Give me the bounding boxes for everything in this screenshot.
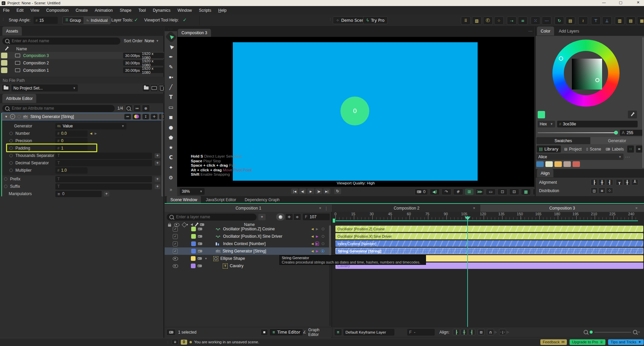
visibility-eye-icon[interactable] [173, 264, 178, 268]
color-tags-icon[interactable] [132, 114, 141, 120]
try-pro-button[interactable]: ϟ Try Pro [363, 16, 388, 24]
timeline-bar-string-generator[interactable]: String Generator [String] [335, 248, 643, 254]
keyframe-next-icon[interactable]: ▶ [315, 242, 319, 246]
palette-swatch[interactable] [545, 161, 553, 167]
audio-counter-badge[interactable]: 0 [415, 188, 428, 195]
layer-name[interactable]: Index Context [Number] [223, 241, 266, 246]
audio-icon[interactable]: ◀) [430, 188, 440, 195]
ellipsis-dots-icon[interactable]: ⋯ [542, 16, 551, 25]
add-thousands-button[interactable]: + [155, 153, 160, 158]
clear-search-button[interactable]: ⊗ [142, 105, 150, 112]
layer-color-swatch[interactable] [191, 264, 196, 268]
graph-editor-button[interactable]: ∠ Graph Editor [301, 329, 332, 336]
star-tool[interactable]: ★ [167, 143, 175, 152]
asset-row-composition2[interactable]: Composition 2 30.00fps 1920 x 1080 [0, 59, 164, 66]
menu-window[interactable]: Window [177, 8, 192, 13]
palette-select[interactable]: Alice ▼ [536, 154, 624, 160]
sv-selector[interactable] [595, 78, 599, 82]
pencil-tool[interactable]: ✎ [167, 63, 175, 71]
frame-field[interactable]: F 107 [303, 214, 330, 220]
polygon-tool[interactable] [167, 133, 175, 141]
viewport-menu-icon[interactable]: ⋯ [528, 29, 532, 34]
expand-tools-icon[interactable]: » [167, 186, 175, 194]
utility-tool[interactable]: ⚙ [167, 174, 175, 182]
timeline-tab-composition2[interactable]: Composition 2 × [333, 205, 480, 212]
thousands-separator-field[interactable]: T [55, 153, 152, 159]
keyframe-circle-icon[interactable] [9, 169, 13, 172]
scene-swatches-button[interactable]: ▯ Scene [585, 146, 603, 153]
maximize-button[interactable]: ▢ [619, 0, 622, 5]
alpha-slider-track[interactable] [538, 132, 618, 133]
list-view-button[interactable]: ≡ [636, 145, 643, 153]
timeline-bar-oscillator-x[interactable]: Oscillator [Position.X] Sine Driver [335, 233, 643, 239]
attribute-scrollbar[interactable] [161, 113, 163, 196]
timeline-zoom-knob[interactable] [590, 331, 593, 334]
scatter-icon[interactable]: ⁘ [494, 16, 504, 25]
tab-javascript-editor[interactable]: JavaScript Editor [202, 196, 240, 203]
playhead-marker[interactable] [465, 217, 471, 220]
snap-bottom-icon[interactable]: ⊥ [602, 16, 612, 25]
pivot-icon[interactable]: ↷ [441, 188, 451, 195]
menu-create[interactable]: Create [76, 8, 88, 13]
layer-row-index-context[interactable]: ✓ Index Context [Number] ◀ ▶ [165, 240, 331, 247]
project-swatches-button[interactable]: ▤ Project [562, 146, 583, 153]
next-frame-button[interactable]: |▶ [315, 188, 322, 194]
isolate-button[interactable] [261, 329, 268, 336]
asset-color-swatch[interactable] [1, 53, 7, 58]
stepper-right-icon[interactable]: ▶ [95, 132, 97, 135]
alpha-slider-knob[interactable] [614, 131, 618, 134]
layer-name[interactable]: Cavalry [230, 264, 244, 268]
layer-name[interactable]: Oscillator [Position.Z] Cosine [223, 227, 275, 231]
eyedropper-button[interactable] [628, 110, 637, 119]
time-editor-button[interactable]: ≡ Time Editor [269, 329, 303, 336]
onion-skin-button[interactable] [276, 213, 285, 221]
magnet-snap-button[interactable]: ∩ [487, 329, 494, 335]
viewport-tab-composition3[interactable]: Composition 3 [178, 29, 211, 37]
align-middle-v-button[interactable]: ╂ [624, 179, 631, 185]
close-button[interactable]: ✕ [637, 0, 640, 5]
grid-view-button[interactable]: ∷ [627, 145, 634, 153]
keyframe-next-icon[interactable]: ▶ [316, 249, 318, 253]
new-composition-button[interactable] [150, 84, 158, 92]
camera-tool[interactable]: ◼◂ [167, 73, 175, 81]
keyframe-prev-icon[interactable]: ◀ [311, 249, 314, 253]
menu-view[interactable]: View [31, 8, 39, 13]
keyframe-toggle-icon[interactable] [322, 235, 324, 238]
text-tool[interactable]: T [167, 93, 175, 101]
distribute-horizontal-button[interactable]: ◫ [591, 187, 598, 194]
decimal-separator-field[interactable]: T [55, 160, 152, 166]
layer-name[interactable]: Oscillator [Position.X] Sine Driver [223, 234, 282, 239]
close-tab-icon[interactable]: × [635, 206, 638, 211]
asset-name[interactable]: Composition 2 [23, 61, 49, 65]
snap-top-icon[interactable]: ⊤ [591, 16, 601, 25]
asset-search-input[interactable]: Enter an Asset name [2, 38, 120, 45]
asset-name[interactable]: Composition 3 [23, 53, 49, 58]
upgrade-to-pro-button[interactable]: Upgrade to Pro♕ [570, 339, 605, 345]
enabled-checkbox[interactable]: ✓ [173, 227, 178, 232]
timeline-frame-field[interactable]: F - [407, 329, 435, 336]
align-center-h-button[interactable]: ╂ [598, 179, 605, 185]
dropdown-arrow-icon[interactable]: ▷ [495, 331, 497, 334]
node-dots-icon[interactable]: ⁙ [531, 16, 540, 25]
tab-swatches[interactable]: Swatches [536, 137, 590, 144]
multiplier-field[interactable]: # 1.0 [55, 167, 88, 174]
distribute-grid-button[interactable]: ⁘ [606, 187, 613, 194]
console-icon[interactable]: ≣ [172, 339, 178, 345]
tab-align[interactable]: Align [537, 169, 553, 177]
bounding-box-button[interactable]: ⊡ [478, 329, 485, 335]
grid-icon[interactable]: # [453, 188, 463, 195]
expand-chevron-icon[interactable]: ▼ [205, 257, 207, 260]
generator-select[interactable]: 01Value ▼ [55, 123, 126, 129]
tab-assets[interactable]: Assets [2, 26, 22, 36]
group-button[interactable]: ⠿ Group [63, 17, 84, 24]
sparkle-tool[interactable]: ✦ [167, 164, 175, 172]
timeline-zoom-track[interactable] [594, 332, 631, 333]
palette-swatch[interactable] [554, 161, 562, 167]
menu-dynamics[interactable]: Dynamics [153, 8, 171, 13]
asset-row-composition3[interactable]: Composition 3 30.00fps 1920 x 1080 [0, 52, 164, 59]
palette-swatch[interactable] [536, 161, 544, 167]
ellipse-shape[interactable]: 0 [340, 97, 369, 125]
menu-tool[interactable]: Tool [139, 8, 146, 13]
tab-add-layers[interactable]: Add Layers [555, 26, 583, 36]
tab-color[interactable]: Color [537, 26, 554, 36]
